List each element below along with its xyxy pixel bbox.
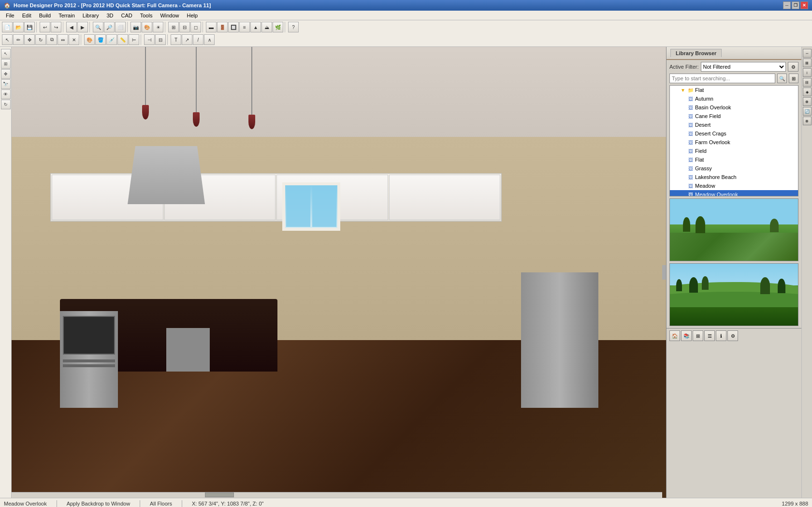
library-browser-tab[interactable]: Library Browser <box>670 49 722 57</box>
menu-library[interactable]: Library <box>79 12 103 19</box>
lib-grid-button[interactable]: ⊞ <box>693 330 703 341</box>
arrow-right-button[interactable]: ▶ <box>77 22 88 32</box>
lib-home-button[interactable]: 🏠 <box>669 330 680 341</box>
stair-button[interactable]: ≡ <box>239 22 250 32</box>
tree-item-field[interactable]: 🖼 Field <box>670 147 798 155</box>
menu-window[interactable]: Window <box>156 12 183 19</box>
plant-button[interactable]: 🌿 <box>273 22 283 32</box>
right-icon-5[interactable]: ◈ <box>803 88 812 96</box>
3d-viewport[interactable] <box>12 47 666 498</box>
filter-options-button[interactable]: ⚙ <box>788 62 798 72</box>
tree-item-lakeshore[interactable]: 🖼 Lakeshore Beach <box>670 173 798 181</box>
window-button[interactable]: 🔲 <box>228 22 239 32</box>
close-button[interactable]: ✕ <box>800 1 808 9</box>
align-center-button[interactable]: ⊟ <box>155 34 166 45</box>
line-button[interactable]: / <box>193 34 203 45</box>
left-zoom-btn[interactable]: ⊞ <box>1 59 11 69</box>
elevation-button[interactable]: ⊟ <box>179 22 190 32</box>
tree-item-desert[interactable]: 🖼 Desert <box>670 120 798 129</box>
edit-button[interactable]: ✏ <box>13 34 24 45</box>
left-select-btn[interactable]: ↖ <box>1 49 11 59</box>
minimize-button[interactable]: ─ <box>783 1 791 9</box>
right-icon-3[interactable]: ↕ <box>803 68 812 77</box>
paint-bucket-button[interactable]: 🪣 <box>95 34 106 45</box>
left-camera-btn[interactable]: 🔭 <box>1 79 11 89</box>
rotate-button[interactable]: ↻ <box>35 34 46 45</box>
menu-cad[interactable]: CAD <box>117 12 136 19</box>
lib-list-button[interactable]: ☰ <box>704 330 715 341</box>
left-orbit-btn[interactable]: ↻ <box>1 100 11 109</box>
terrain-button[interactable]: ⛰ <box>261 22 272 32</box>
h-scrollbar[interactable] <box>12 492 662 498</box>
tree-item-cane-field[interactable]: 🖼 Cane Field <box>670 112 798 120</box>
move-button[interactable]: ✥ <box>24 34 35 45</box>
eyedropper-button[interactable]: 💉 <box>106 34 117 45</box>
dimensions-button[interactable]: ⊢ <box>129 34 139 45</box>
menu-help[interactable]: Help <box>183 12 202 19</box>
3d-view-button[interactable]: ◻ <box>190 22 201 32</box>
tree-item-meadow[interactable]: 🖼 Meadow <box>670 181 798 190</box>
copy-button[interactable]: ⧉ <box>46 34 57 45</box>
arrow-tool-button[interactable]: ↗ <box>182 34 192 45</box>
tree-item-flat[interactable]: 🖼 Flat <box>670 155 798 164</box>
tree-item-meadow-overlook[interactable]: 🖼 Meadow Overlook <box>670 190 798 196</box>
right-icon-1[interactable]: ↔ <box>803 49 812 58</box>
wall-button[interactable]: ▬ <box>206 22 217 32</box>
materials-button[interactable]: 🎨 <box>84 34 95 45</box>
menu-3d[interactable]: 3D <box>102 12 117 19</box>
sun-button[interactable]: ☀ <box>153 22 163 32</box>
fit-window-button[interactable]: ⬜ <box>115 22 126 32</box>
delete-button[interactable]: ✕ <box>69 34 79 45</box>
right-icon-4[interactable]: ⊟ <box>803 78 812 87</box>
polyline-button[interactable]: ∧ <box>204 34 215 45</box>
mirror-button[interactable]: ⇔ <box>58 34 68 45</box>
right-icon-8[interactable]: ⊗ <box>803 117 812 125</box>
lib-settings-button[interactable]: ⚙ <box>727 330 738 341</box>
zoom-out-button[interactable]: 🔎 <box>104 22 115 32</box>
render-button[interactable]: 🎨 <box>142 22 152 32</box>
redo-button[interactable]: ↪ <box>51 22 61 32</box>
search-input[interactable] <box>669 74 775 83</box>
zoom-in-button[interactable]: 🔍 <box>93 22 103 32</box>
menu-edit[interactable]: Edit <box>18 12 35 19</box>
new-button[interactable]: 📄 <box>2 22 13 32</box>
h-scrollbar-thumb[interactable] <box>205 492 234 497</box>
right-icon-6[interactable]: ⊕ <box>803 97 812 106</box>
restore-button[interactable]: ❐ <box>792 1 799 9</box>
menu-tools[interactable]: Tools <box>136 12 157 19</box>
tree-item-farm-overlook[interactable]: 🖼 Farm Overlook <box>670 138 798 147</box>
open-button[interactable]: 📂 <box>13 22 24 32</box>
filter-select[interactable]: Not Filtered <box>701 62 786 72</box>
tree-item-flat-root[interactable]: ▼ 📁 Flat <box>670 86 798 94</box>
library-tree[interactable]: ▼ 📁 Flat 🖼 Autumn 🖼 Basin Overlook 🖼 Can… <box>669 85 798 196</box>
select-button[interactable]: ↖ <box>2 34 13 45</box>
file-icon-meadow-overlook: 🖼 <box>687 191 694 196</box>
save-button[interactable]: 💾 <box>24 22 35 32</box>
menu-build[interactable]: Build <box>35 12 55 19</box>
tree-item-autumn[interactable]: 🖼 Autumn <box>670 94 798 103</box>
undo-button[interactable]: ↩ <box>40 22 50 32</box>
menu-terrain[interactable]: Terrain <box>55 12 79 19</box>
measure-button[interactable]: 📏 <box>117 34 128 45</box>
arrow-left-button[interactable]: ◀ <box>66 22 77 32</box>
tree-item-desert-crags[interactable]: 🖼 Desert Crags <box>670 129 798 138</box>
lib-catalog-button[interactable]: 📚 <box>681 330 692 341</box>
floor-plan-button[interactable]: ⊞ <box>168 22 179 32</box>
right-icon-7[interactable]: 🔄 <box>803 107 812 116</box>
search-advanced-button[interactable]: ⊞ <box>789 74 798 83</box>
lib-info-button[interactable]: ℹ <box>716 330 726 341</box>
tree-item-basin-overlook[interactable]: 🖼 Basin Overlook <box>670 103 798 112</box>
roof-button[interactable]: ▲ <box>250 22 261 32</box>
text-button[interactable]: T <box>171 34 181 45</box>
left-pan-btn[interactable]: ✥ <box>1 69 11 79</box>
menu-file[interactable]: File <box>2 12 18 19</box>
search-button[interactable]: 🔍 <box>777 74 787 83</box>
right-icon-2[interactable]: ⊞ <box>803 59 812 67</box>
left-walk-btn[interactable]: 👁 <box>1 89 11 99</box>
align-left-button[interactable]: ⊣ <box>144 34 155 45</box>
camera-button[interactable]: 📷 <box>130 22 141 32</box>
panel-resize-handle[interactable] <box>662 265 666 280</box>
door-button[interactable]: 🚪 <box>217 22 228 32</box>
tree-item-grassy[interactable]: 🖼 Grassy <box>670 164 798 173</box>
help-button[interactable]: ? <box>288 22 299 32</box>
